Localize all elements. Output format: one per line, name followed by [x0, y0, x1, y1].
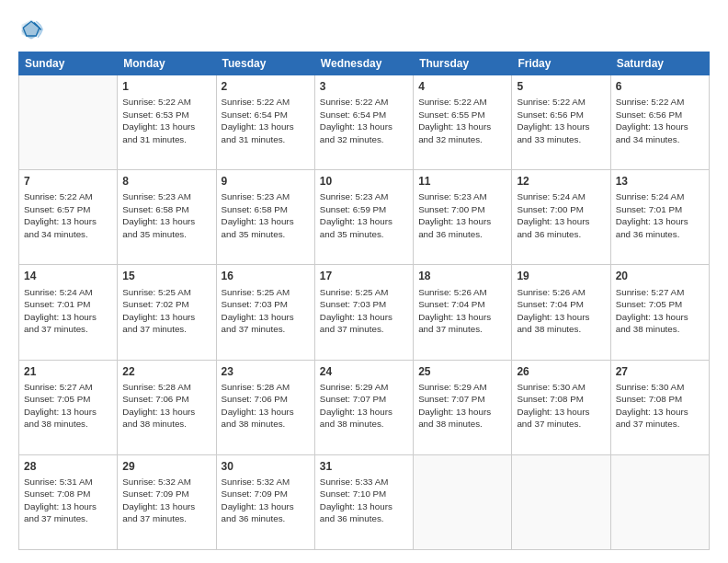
calendar-cell: 3Sunrise: 5:22 AM Sunset: 6:54 PM Daylig…	[314, 75, 413, 170]
page: SundayMondayTuesdayWednesdayThursdayFrid…	[0, 0, 728, 563]
calendar-cell: 2Sunrise: 5:22 AM Sunset: 6:54 PM Daylig…	[216, 75, 314, 170]
day-info: Sunrise: 5:30 AM Sunset: 7:08 PM Dayligh…	[616, 381, 704, 431]
day-info: Sunrise: 5:23 AM Sunset: 6:58 PM Dayligh…	[222, 190, 310, 240]
calendar-cell: 22Sunrise: 5:28 AM Sunset: 7:06 PM Dayli…	[118, 360, 216, 454]
calendar-cell: 23Sunrise: 5:28 AM Sunset: 7:06 PM Dayli…	[216, 360, 314, 454]
day-number: 21	[24, 364, 112, 379]
day-info: Sunrise: 5:26 AM Sunset: 7:04 PM Dayligh…	[517, 286, 605, 336]
day-number: 25	[418, 364, 506, 379]
header	[18, 17, 710, 42]
day-number: 10	[320, 174, 408, 189]
calendar-cell: 4Sunrise: 5:22 AM Sunset: 6:55 PM Daylig…	[414, 75, 512, 170]
day-info: Sunrise: 5:22 AM Sunset: 6:54 PM Dayligh…	[222, 96, 310, 145]
calendar-cell: 24Sunrise: 5:29 AM Sunset: 7:07 PM Dayli…	[314, 360, 413, 454]
day-info: Sunrise: 5:24 AM Sunset: 7:01 PM Dayligh…	[616, 190, 704, 240]
calendar-cell: 9Sunrise: 5:23 AM Sunset: 6:58 PM Daylig…	[216, 170, 314, 265]
calendar-cell: 6Sunrise: 5:22 AM Sunset: 6:56 PM Daylig…	[610, 75, 709, 170]
weekday-header-sunday: Sunday	[19, 52, 118, 75]
calendar-cell: 27Sunrise: 5:30 AM Sunset: 7:08 PM Dayli…	[610, 360, 709, 454]
day-number: 12	[517, 174, 605, 189]
calendar-cell: 17Sunrise: 5:25 AM Sunset: 7:03 PM Dayli…	[314, 265, 413, 360]
day-number: 18	[418, 269, 506, 283]
calendar-cell: 30Sunrise: 5:32 AM Sunset: 7:09 PM Dayli…	[216, 454, 314, 549]
day-info: Sunrise: 5:26 AM Sunset: 7:04 PM Dayligh…	[418, 286, 506, 336]
weekday-header-saturday: Saturday	[610, 52, 709, 75]
week-row-2: 7Sunrise: 5:22 AM Sunset: 6:57 PM Daylig…	[19, 170, 710, 265]
day-info: Sunrise: 5:22 AM Sunset: 6:54 PM Dayligh…	[320, 96, 408, 145]
calendar-cell: 31Sunrise: 5:33 AM Sunset: 7:10 PM Dayli…	[314, 454, 413, 549]
weekday-header-thursday: Thursday	[414, 52, 512, 75]
day-number: 2	[222, 79, 310, 94]
day-info: Sunrise: 5:25 AM Sunset: 7:03 PM Dayligh…	[222, 286, 310, 336]
day-number: 29	[122, 459, 210, 474]
day-number: 28	[24, 459, 112, 474]
day-info: Sunrise: 5:28 AM Sunset: 7:06 PM Dayligh…	[222, 381, 310, 431]
day-info: Sunrise: 5:22 AM Sunset: 6:57 PM Dayligh…	[24, 190, 112, 240]
day-number: 27	[616, 364, 704, 379]
calendar-cell: 28Sunrise: 5:31 AM Sunset: 7:08 PM Dayli…	[19, 454, 118, 549]
day-info: Sunrise: 5:27 AM Sunset: 7:05 PM Dayligh…	[616, 286, 704, 336]
day-number: 19	[517, 269, 605, 283]
day-number: 31	[320, 459, 408, 474]
day-number: 8	[122, 174, 210, 189]
calendar-cell: 12Sunrise: 5:24 AM Sunset: 7:00 PM Dayli…	[512, 170, 610, 265]
day-info: Sunrise: 5:24 AM Sunset: 7:01 PM Dayligh…	[24, 286, 112, 336]
calendar-cell	[512, 454, 610, 549]
day-info: Sunrise: 5:23 AM Sunset: 6:59 PM Dayligh…	[320, 190, 408, 240]
day-info: Sunrise: 5:33 AM Sunset: 7:10 PM Dayligh…	[320, 476, 408, 525]
calendar-cell	[414, 454, 512, 549]
calendar-cell: 5Sunrise: 5:22 AM Sunset: 6:56 PM Daylig…	[512, 75, 610, 170]
day-info: Sunrise: 5:23 AM Sunset: 6:58 PM Dayligh…	[122, 190, 210, 240]
day-info: Sunrise: 5:29 AM Sunset: 7:07 PM Dayligh…	[418, 381, 506, 431]
day-info: Sunrise: 5:29 AM Sunset: 7:07 PM Dayligh…	[320, 381, 408, 431]
day-info: Sunrise: 5:32 AM Sunset: 7:09 PM Dayligh…	[222, 476, 310, 525]
day-info: Sunrise: 5:22 AM Sunset: 6:53 PM Dayligh…	[122, 96, 210, 145]
calendar-cell: 21Sunrise: 5:27 AM Sunset: 7:05 PM Dayli…	[19, 360, 118, 454]
calendar-cell: 19Sunrise: 5:26 AM Sunset: 7:04 PM Dayli…	[512, 265, 610, 360]
calendar-header-row: SundayMondayTuesdayWednesdayThursdayFrid…	[19, 52, 710, 75]
day-info: Sunrise: 5:22 AM Sunset: 6:56 PM Dayligh…	[616, 96, 704, 145]
day-info: Sunrise: 5:25 AM Sunset: 7:03 PM Dayligh…	[320, 286, 408, 336]
day-number: 30	[222, 459, 310, 474]
calendar-cell: 20Sunrise: 5:27 AM Sunset: 7:05 PM Dayli…	[610, 265, 709, 360]
calendar-cell	[19, 75, 118, 170]
calendar-cell: 18Sunrise: 5:26 AM Sunset: 7:04 PM Dayli…	[414, 265, 512, 360]
calendar-cell: 14Sunrise: 5:24 AM Sunset: 7:01 PM Dayli…	[19, 265, 118, 360]
day-number: 11	[418, 174, 506, 189]
day-info: Sunrise: 5:25 AM Sunset: 7:02 PM Dayligh…	[122, 286, 210, 336]
day-info: Sunrise: 5:31 AM Sunset: 7:08 PM Dayligh…	[24, 476, 112, 525]
calendar-cell: 13Sunrise: 5:24 AM Sunset: 7:01 PM Dayli…	[610, 170, 709, 265]
week-row-3: 14Sunrise: 5:24 AM Sunset: 7:01 PM Dayli…	[19, 265, 710, 360]
day-number: 24	[320, 364, 408, 379]
calendar-cell: 8Sunrise: 5:23 AM Sunset: 6:58 PM Daylig…	[118, 170, 216, 265]
calendar-cell: 1Sunrise: 5:22 AM Sunset: 6:53 PM Daylig…	[118, 75, 216, 170]
calendar-cell: 16Sunrise: 5:25 AM Sunset: 7:03 PM Dayli…	[216, 265, 314, 360]
weekday-header-monday: Monday	[118, 52, 216, 75]
calendar-cell: 25Sunrise: 5:29 AM Sunset: 7:07 PM Dayli…	[414, 360, 512, 454]
calendar-cell: 7Sunrise: 5:22 AM Sunset: 6:57 PM Daylig…	[19, 170, 118, 265]
day-info: Sunrise: 5:22 AM Sunset: 6:56 PM Dayligh…	[517, 96, 605, 145]
calendar-cell: 11Sunrise: 5:23 AM Sunset: 7:00 PM Dayli…	[414, 170, 512, 265]
day-number: 17	[320, 269, 408, 283]
day-number: 13	[616, 174, 704, 189]
calendar-cell: 26Sunrise: 5:30 AM Sunset: 7:08 PM Dayli…	[512, 360, 610, 454]
day-info: Sunrise: 5:22 AM Sunset: 6:55 PM Dayligh…	[418, 96, 506, 145]
day-number: 20	[616, 269, 704, 283]
day-info: Sunrise: 5:30 AM Sunset: 7:08 PM Dayligh…	[517, 381, 605, 431]
week-row-1: 1Sunrise: 5:22 AM Sunset: 6:53 PM Daylig…	[19, 75, 710, 170]
day-number: 4	[418, 79, 506, 94]
calendar-table: SundayMondayTuesdayWednesdayThursdayFrid…	[18, 52, 710, 550]
week-row-4: 21Sunrise: 5:27 AM Sunset: 7:05 PM Dayli…	[19, 360, 710, 454]
day-number: 9	[222, 174, 310, 189]
weekday-header-friday: Friday	[512, 52, 610, 75]
weekday-header-wednesday: Wednesday	[314, 52, 413, 75]
day-info: Sunrise: 5:27 AM Sunset: 7:05 PM Dayligh…	[24, 381, 112, 431]
day-info: Sunrise: 5:24 AM Sunset: 7:00 PM Dayligh…	[517, 190, 605, 240]
day-info: Sunrise: 5:23 AM Sunset: 7:00 PM Dayligh…	[418, 190, 506, 240]
day-number: 22	[122, 364, 210, 379]
week-row-5: 28Sunrise: 5:31 AM Sunset: 7:08 PM Dayli…	[19, 454, 710, 549]
logo	[18, 17, 48, 42]
day-number: 16	[222, 269, 310, 283]
logo-icon	[18, 17, 44, 42]
day-number: 14	[24, 269, 112, 283]
